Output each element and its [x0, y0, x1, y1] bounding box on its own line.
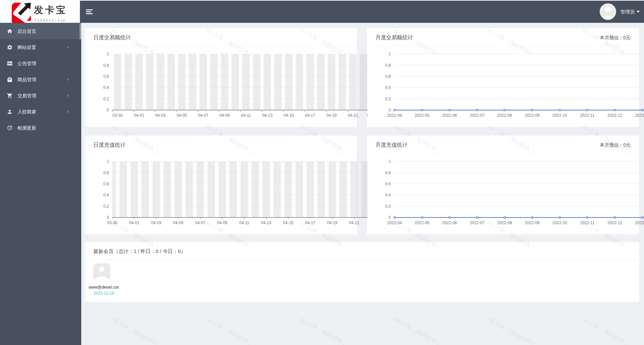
svg-text:2022-11: 2022-11 — [580, 113, 594, 118]
svg-text:0.4: 0.4 — [103, 193, 109, 197]
svg-text:2022-09: 2022-09 — [525, 113, 540, 118]
svg-text:2022-12: 2022-12 — [607, 113, 622, 118]
svg-text:发卡宝: 发卡宝 — [34, 5, 67, 15]
svg-text:2023-01: 2023-01 — [635, 113, 644, 118]
svg-text:04-03: 04-03 — [155, 113, 166, 118]
svg-text:04-09: 04-09 — [219, 113, 230, 118]
svg-text:04-17: 04-17 — [305, 113, 315, 118]
svg-text:2022-11: 2022-11 — [580, 220, 594, 225]
svg-text:2022-04: 2022-04 — [387, 220, 402, 225]
svg-text:04-21: 04-21 — [348, 113, 358, 118]
svg-text:0.8: 0.8 — [103, 63, 109, 68]
svg-text:04-09: 04-09 — [217, 220, 228, 225]
svg-text:2022-07: 2022-07 — [470, 113, 485, 118]
svg-text:0: 0 — [107, 215, 109, 220]
svg-text:04-17: 04-17 — [305, 220, 316, 225]
svg-text:04-03: 04-03 — [151, 220, 162, 225]
svg-text:2022-05: 2022-05 — [415, 113, 429, 118]
svg-text:1: 1 — [107, 52, 109, 56]
svg-text:2022-08: 2022-08 — [497, 220, 512, 225]
svg-text:0.2: 0.2 — [103, 97, 109, 101]
svg-text:03-30: 03-30 — [112, 113, 123, 118]
svg-text:0: 0 — [388, 215, 391, 220]
svg-text:2023-01: 2023-01 — [635, 220, 644, 225]
svg-text:04-13: 04-13 — [262, 113, 273, 118]
svg-text:04-13: 04-13 — [261, 220, 272, 225]
svg-text:0.6: 0.6 — [385, 182, 391, 186]
svg-text:2022-10: 2022-10 — [552, 113, 567, 118]
svg-text:0.2: 0.2 — [385, 204, 391, 209]
svg-text:04-01: 04-01 — [134, 113, 144, 118]
svg-text:1: 1 — [107, 159, 109, 164]
svg-text:2022-06: 2022-06 — [442, 113, 457, 118]
svg-text:2022-08: 2022-08 — [497, 113, 512, 118]
svg-text:1: 1 — [388, 159, 391, 164]
svg-text:2022-04: 2022-04 — [387, 113, 402, 118]
svg-text:04-19: 04-19 — [326, 113, 337, 118]
svg-text:2022-10: 2022-10 — [552, 220, 567, 225]
svg-text:04-21: 04-21 — [349, 220, 360, 225]
svg-text:2022-06: 2022-06 — [442, 220, 457, 225]
svg-text:04-19: 04-19 — [327, 220, 337, 225]
svg-text:0.4: 0.4 — [385, 85, 391, 90]
svg-text:0: 0 — [388, 108, 391, 112]
svg-text:04-11: 04-11 — [241, 113, 251, 118]
svg-text:0.4: 0.4 — [385, 193, 391, 197]
svg-text:0: 0 — [107, 108, 109, 112]
svg-text:04-15: 04-15 — [284, 113, 294, 118]
svg-text:0.6: 0.6 — [103, 74, 109, 79]
svg-text:fakabao.top: fakabao.top — [34, 18, 66, 22]
svg-text:0.8: 0.8 — [385, 63, 391, 68]
svg-text:0.2: 0.2 — [103, 204, 109, 209]
svg-text:04-05: 04-05 — [177, 113, 187, 118]
svg-text:2022-07: 2022-07 — [470, 220, 485, 225]
svg-text:2022-05: 2022-05 — [415, 220, 429, 225]
svg-text:04-05: 04-05 — [173, 220, 184, 225]
svg-text:2022-12: 2022-12 — [607, 220, 622, 225]
svg-text:03-30: 03-30 — [107, 220, 118, 225]
svg-text:0.4: 0.4 — [103, 85, 109, 90]
svg-text:0.6: 0.6 — [385, 74, 391, 79]
svg-text:04-11: 04-11 — [239, 220, 249, 225]
svg-text:0.6: 0.6 — [103, 182, 109, 186]
svg-text:1: 1 — [388, 52, 391, 56]
svg-text:0.8: 0.8 — [385, 170, 391, 175]
svg-text:04-07: 04-07 — [198, 113, 209, 118]
svg-text:04-15: 04-15 — [283, 220, 293, 225]
svg-text:04-01: 04-01 — [129, 220, 140, 225]
svg-text:0.8: 0.8 — [103, 170, 109, 175]
svg-text:2022-09: 2022-09 — [525, 220, 540, 225]
svg-text:0.2: 0.2 — [385, 97, 391, 101]
svg-text:04-07: 04-07 — [195, 220, 205, 225]
